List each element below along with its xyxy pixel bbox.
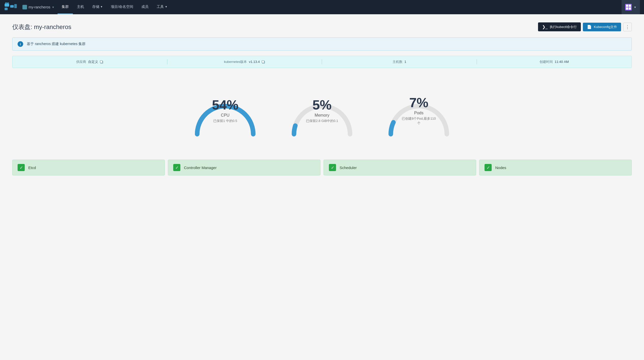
nav-item-hosts[interactable]: 主机 bbox=[73, 0, 88, 14]
created-label: 创建时间 bbox=[540, 60, 553, 64]
terminal-icon: ❯_ bbox=[542, 24, 548, 29]
svg-rect-5 bbox=[100, 61, 102, 63]
created-value: 11:40 AM bbox=[555, 60, 569, 64]
tools-dropdown-icon: ▼ bbox=[165, 5, 167, 8]
storage-dropdown-icon: ▼ bbox=[100, 5, 103, 8]
info-text: 基于 rancheros 搭建 kubernetes 集群 bbox=[27, 42, 86, 46]
svg-rect-0 bbox=[5, 4, 9, 7]
status-card-scheduler: ✓ Scheduler bbox=[324, 160, 476, 175]
cluster-dropdown-icon: ▼ bbox=[52, 6, 55, 9]
hosts-info: 主机数 1 bbox=[322, 60, 477, 64]
controller-manager-check-icon: ✓ bbox=[173, 164, 180, 171]
memory-gauge: 5% Memory 已保留2.8 GiB中的0.1 bbox=[284, 83, 360, 139]
k8s-value: v1.13.4 bbox=[249, 60, 260, 64]
memory-percent: 5% bbox=[306, 98, 338, 112]
header-actions: ❯_ 执行kubectl命令行 📄 Kubeconfig文件 ⋮ bbox=[538, 22, 632, 31]
cluster-info-bar: 供应商 自定义 kubernetes版本 v1.13.4 主机数 1 bbox=[12, 56, 632, 68]
hosts-value: 1 bbox=[404, 60, 406, 64]
controller-manager-label: Controller Manager bbox=[184, 165, 217, 170]
pods-gauge: 7% Pods 已创建8个Pod,最多110 个 bbox=[381, 83, 457, 139]
user-avatar bbox=[625, 4, 632, 10]
main-content: 仪表盘: my-rancheros ❯_ 执行kubectl命令行 📄 Kube… bbox=[0, 14, 644, 360]
cpu-percent: 54% bbox=[212, 98, 238, 112]
cluster-selector[interactable]: my-rancheros ▼ bbox=[19, 0, 58, 14]
gauges-row: 54% CPU 已保留1 中的0.5 5% Memory 已保留2.8 GiB中… bbox=[12, 78, 632, 144]
kubeconfig-button[interactable]: 📄 Kubeconfig文件 bbox=[583, 23, 621, 31]
memory-label: Memory bbox=[306, 113, 338, 118]
navbar: my-rancheros ▼ 集群 主机 存储 ▼ 项目/命名空间 成员 工具 … bbox=[0, 0, 644, 14]
nav-item-tools[interactable]: 工具 ▼ bbox=[153, 0, 171, 14]
nav-items: 集群 主机 存储 ▼ 项目/命名空间 成员 工具 ▼ bbox=[58, 0, 622, 14]
pods-sub: 已创建8个Pod,最多110 个 bbox=[401, 116, 437, 126]
page-title: 仪表盘: my-rancheros bbox=[12, 23, 71, 31]
cpu-gauge-svg: 54% CPU 已保留1 中的0.5 bbox=[190, 83, 261, 139]
nav-item-storage[interactable]: 存储 ▼ bbox=[88, 0, 107, 14]
nodes-label: Nodes bbox=[495, 165, 506, 170]
etcd-check-icon: ✓ bbox=[18, 164, 25, 171]
cluster-name: my-rancheros bbox=[29, 5, 50, 9]
more-button[interactable]: ⋮ bbox=[623, 23, 632, 31]
status-row: ✓ Etcd ✓ Controller Manager ✓ Scheduler … bbox=[12, 160, 632, 181]
status-card-nodes: ✓ Nodes bbox=[479, 160, 632, 175]
pods-percent: 7% bbox=[401, 96, 437, 109]
svg-rect-1 bbox=[5, 8, 8, 10]
more-icon: ⋮ bbox=[625, 24, 630, 30]
hosts-label: 主机数 bbox=[393, 60, 403, 64]
status-card-etcd: ✓ Etcd bbox=[12, 160, 165, 175]
memory-sub: 已保留2.8 GiB中的0.1 bbox=[306, 119, 338, 123]
created-info: 创建时间 11:40 AM bbox=[477, 60, 632, 64]
cpu-label: CPU bbox=[212, 113, 238, 118]
info-icon: i bbox=[18, 41, 23, 47]
memory-center-text: 5% Memory 已保留2.8 GiB中的0.1 bbox=[306, 98, 338, 123]
nav-item-members[interactable]: 成员 bbox=[137, 0, 153, 14]
nav-item-projects[interactable]: 项目/命名空间 bbox=[107, 0, 137, 14]
provider-copy-icon[interactable] bbox=[100, 60, 103, 64]
logo[interactable] bbox=[4, 2, 17, 12]
pods-label: Pods bbox=[401, 111, 437, 115]
nav-item-cluster[interactable]: 集群 bbox=[58, 0, 73, 14]
kubectl-button[interactable]: ❯_ 执行kubectl命令行 bbox=[538, 22, 581, 31]
status-card-controller-manager: ✓ Controller Manager bbox=[168, 160, 320, 175]
file-icon: 📄 bbox=[587, 25, 592, 29]
pods-center-text: 7% Pods 已创建8个Pod,最多110 个 bbox=[401, 96, 437, 126]
page-header: 仪表盘: my-rancheros ❯_ 执行kubectl命令行 📄 Kube… bbox=[12, 22, 632, 31]
pods-gauge-svg: 7% Pods 已创建8个Pod,最多110 个 bbox=[383, 83, 454, 139]
svg-rect-2 bbox=[10, 5, 14, 8]
scheduler-label: Scheduler bbox=[340, 165, 357, 170]
cpu-sub: 已保留1 中的0.5 bbox=[212, 119, 238, 123]
provider-label: 供应商 bbox=[76, 60, 86, 64]
k8s-label: kubernetes版本 bbox=[224, 60, 247, 64]
cpu-center-text: 54% CPU 已保留1 中的0.5 bbox=[212, 98, 238, 123]
scheduler-check-icon: ✓ bbox=[329, 164, 336, 171]
cluster-icon bbox=[22, 5, 27, 9]
etcd-label: Etcd bbox=[28, 165, 36, 170]
user-dropdown-icon: ▼ bbox=[634, 6, 636, 9]
svg-rect-7 bbox=[262, 61, 264, 63]
nodes-check-icon: ✓ bbox=[485, 164, 492, 171]
user-menu[interactable]: ▼ bbox=[622, 0, 640, 14]
info-banner: i 基于 rancheros 搭建 kubernetes 集群 bbox=[12, 37, 632, 51]
cpu-gauge: 54% CPU 已保留1 中的0.5 bbox=[187, 83, 263, 139]
svg-rect-3 bbox=[14, 4, 17, 8]
provider-info: 供应商 自定义 bbox=[12, 60, 167, 64]
navbar-right: ▼ bbox=[622, 0, 640, 14]
provider-value: 自定义 bbox=[88, 60, 98, 64]
k8s-version-info: kubernetes版本 v1.13.4 bbox=[167, 60, 322, 64]
memory-gauge-svg: 5% Memory 已保留2.8 GiB中的0.1 bbox=[286, 83, 358, 139]
k8s-copy-icon[interactable] bbox=[262, 60, 265, 64]
